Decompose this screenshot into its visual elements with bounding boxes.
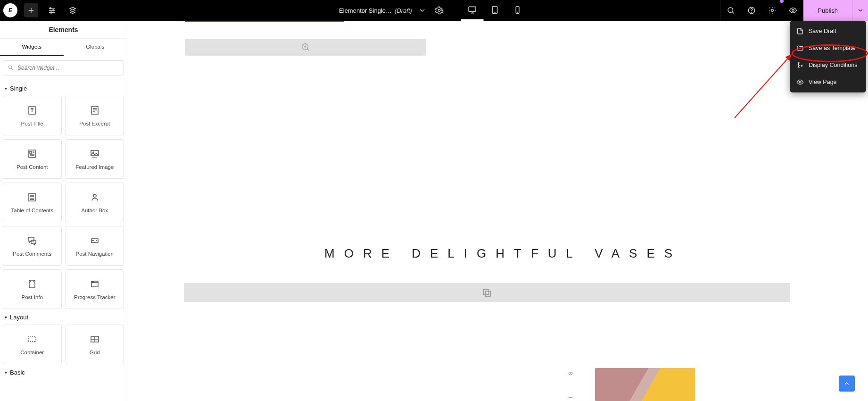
- widget-post-comments-label: Post Comments: [13, 251, 51, 257]
- save-options-menu: Save Draft Save as Template Display Cond…: [790, 21, 866, 92]
- widget-post-excerpt[interactable]: Post Excerpt: [66, 96, 124, 135]
- menu-display-conditions-label: Display Conditions: [809, 62, 858, 68]
- svg-point-12: [771, 9, 774, 12]
- section-heading[interactable]: MORE DELIGHTFUL VASES: [324, 246, 682, 261]
- tab-globals-label: Globals: [86, 44, 104, 50]
- svg-rect-23: [30, 151, 32, 153]
- single-widgets-grid: Post Title Post Excerpt Post Content Fea…: [3, 96, 124, 309]
- menu-save-template[interactable]: Save as Template: [790, 40, 866, 57]
- panel-title: Elements: [0, 21, 127, 39]
- help-button[interactable]: [741, 0, 762, 21]
- widget-post-excerpt-label: Post Excerpt: [79, 121, 110, 126]
- scroll-to-top-button[interactable]: [839, 376, 855, 392]
- svg-point-19: [8, 66, 12, 69]
- topbar-right-group: Publish: [720, 0, 868, 21]
- widget-author-box[interactable]: Author Box: [66, 183, 124, 222]
- responsive-switcher: [461, 0, 529, 21]
- category-layout[interactable]: ▾Layout: [3, 309, 124, 325]
- widget-toc[interactable]: Table of Contents: [3, 183, 62, 222]
- widget-post-navigation[interactable]: Post Navigation: [66, 226, 124, 266]
- widget-post-navigation-label: Post Navigation: [75, 251, 114, 257]
- caret-down-icon: ▾: [5, 86, 7, 91]
- menu-view-page[interactable]: View Page: [790, 74, 866, 91]
- widget-post-title[interactable]: Post Title: [3, 96, 62, 135]
- topbar-center: Elementor Single… (Draft): [339, 0, 529, 21]
- widget-featured-image-label: Featured Image: [75, 164, 114, 170]
- svg-rect-36: [485, 291, 490, 296]
- widget-placeholder-wide[interactable]: [184, 283, 790, 302]
- svg-point-6: [495, 12, 496, 12]
- widget-toc-label: Table of Contents: [11, 208, 53, 213]
- menu-save-draft-label: Save Draft: [809, 28, 836, 34]
- vertical-label-2: L: [568, 393, 573, 398]
- widget-post-content[interactable]: Post Content: [3, 139, 62, 179]
- selected-section-outline: [185, 21, 344, 22]
- search-icon: [8, 64, 13, 72]
- svg-rect-32: [28, 337, 36, 342]
- product-image-placeholder[interactable]: [595, 368, 695, 401]
- svg-point-17: [799, 81, 801, 83]
- category-single[interactable]: ▾Single: [3, 80, 124, 96]
- site-settings-button[interactable]: [41, 0, 62, 21]
- document-title: Elementor Single…: [339, 7, 392, 14]
- tab-globals[interactable]: Globals: [64, 39, 127, 56]
- structure-button[interactable]: [62, 0, 83, 21]
- widget-search-input[interactable]: [3, 60, 124, 75]
- widget-post-info[interactable]: Post Info: [3, 269, 62, 309]
- panel-body: ▾Single Post Title Post Excerpt Post Con…: [0, 80, 127, 401]
- publish-options-button[interactable]: [852, 0, 868, 21]
- elementor-logo[interactable]: E: [3, 3, 17, 17]
- menu-view-page-label: View Page: [809, 79, 837, 85]
- widget-placeholder-small[interactable]: [185, 39, 426, 56]
- vertical-label-1: S: [568, 370, 573, 375]
- widget-progress-tracker-label: Progress Tracker: [74, 294, 116, 300]
- category-layout-label: Layout: [10, 314, 28, 321]
- layout-widgets-grid: Container Grid: [3, 325, 124, 364]
- tab-widgets-label: Widgets: [22, 44, 41, 50]
- page-settings-button[interactable]: [429, 0, 450, 21]
- svg-point-11: [752, 12, 752, 12]
- svg-point-13: [792, 9, 794, 12]
- widget-container[interactable]: Container: [3, 325, 62, 364]
- device-desktop[interactable]: [461, 0, 484, 21]
- document-status: (Draft): [395, 7, 412, 14]
- publish-button[interactable]: Publish: [803, 0, 852, 21]
- widget-grid-label: Grid: [90, 350, 100, 355]
- widget-container-label: Container: [20, 350, 44, 355]
- widget-post-title-label: Post Title: [21, 121, 43, 126]
- svg-point-16: [801, 65, 802, 67]
- widget-progress-tracker[interactable]: Progress Tracker: [66, 269, 124, 309]
- svg-point-25: [93, 152, 94, 153]
- caret-down-icon: ▾: [5, 370, 7, 375]
- svg-point-15: [798, 67, 799, 68]
- whats-new-button[interactable]: [762, 0, 783, 21]
- panel-tabs: Widgets Globals: [0, 39, 127, 56]
- device-tablet[interactable]: [484, 0, 506, 21]
- device-mobile[interactable]: [506, 0, 529, 21]
- svg-rect-35: [484, 290, 489, 295]
- preview-button[interactable]: [783, 0, 803, 21]
- widget-post-comments[interactable]: Post Comments: [3, 226, 62, 266]
- menu-display-conditions[interactable]: Display Conditions: [790, 57, 866, 74]
- svg-rect-21: [91, 107, 98, 114]
- svg-point-27: [93, 194, 96, 197]
- publish-label: Publish: [818, 7, 838, 14]
- document-dropdown[interactable]: [416, 0, 429, 21]
- svg-point-3: [438, 9, 441, 12]
- widget-post-info-label: Post Info: [22, 294, 43, 300]
- elements-panel: Elements Widgets Globals ▾Single Post Ti…: [0, 21, 127, 401]
- menu-save-template-label: Save as Template: [809, 45, 855, 51]
- widget-post-content-label: Post Content: [17, 164, 48, 170]
- category-basic[interactable]: ▾Basic: [3, 364, 124, 380]
- add-element-button[interactable]: [24, 3, 38, 17]
- finder-search-button[interactable]: [720, 0, 741, 21]
- editor-canvas[interactable]: MORE DELIGHTFUL VASES S L: [127, 21, 868, 401]
- menu-save-draft[interactable]: Save Draft: [790, 23, 866, 40]
- svg-point-8: [518, 12, 518, 12]
- svg-rect-4: [469, 7, 476, 11]
- widget-featured-image[interactable]: Featured Image: [66, 139, 124, 179]
- widget-grid[interactable]: Grid: [66, 325, 124, 364]
- category-single-label: Single: [10, 85, 27, 92]
- search-wrap: [0, 56, 127, 80]
- tab-widgets[interactable]: Widgets: [0, 39, 64, 56]
